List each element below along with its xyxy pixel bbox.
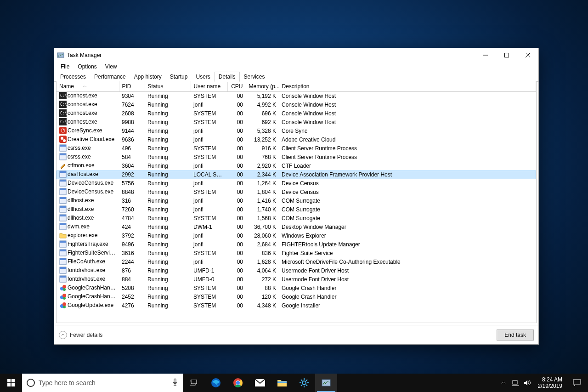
svg-rect-30 (513, 381, 517, 384)
taskbar-settings-icon[interactable] (293, 374, 315, 392)
process-row[interactable]: explorer.exe3792Runningjonfi0028,060 KWi… (57, 232, 536, 240)
process-row[interactable]: GoogleUpdate.exe4276RunningSYSTEM004,348… (57, 301, 536, 310)
process-row[interactable]: fontdrvhost.exe876RunningUMFD-1004,064 K… (57, 267, 536, 275)
process-row[interactable]: Creative Cloud.exe9636Runningjonfi0013,2… (57, 136, 536, 144)
process-user: jonfi (191, 258, 227, 267)
process-row[interactable]: conhost.exe9988RunningSYSTEM00692 KConso… (57, 118, 536, 127)
end-task-button[interactable]: End task (497, 330, 534, 341)
tray-network-icon[interactable] (510, 374, 520, 392)
process-row[interactable]: DeviceCensus.exe5756Runningjonfi001,264 … (57, 179, 536, 188)
col-status[interactable]: Status (145, 81, 191, 92)
menu-options[interactable]: Options (74, 62, 100, 71)
process-row[interactable]: GoogleCrashHandler...5208RunningSYSTEM00… (57, 284, 536, 293)
process-row[interactable]: dllhost.exe4784RunningSYSTEM001,568 KCOM… (57, 214, 536, 223)
process-row[interactable]: csrss.exe496RunningSYSTEM00916 KClient S… (57, 144, 536, 153)
process-row[interactable]: csrss.exe584RunningSYSTEM00768 KClient S… (57, 153, 536, 162)
fewer-details-button[interactable]: Fewer details (59, 331, 102, 339)
process-row[interactable]: dllhost.exe7260Runningjonfi001,740 KCOM … (57, 205, 536, 214)
folder-icon (59, 232, 67, 239)
process-desc: Microsoft OneDriveFile Co-Authoring Exec… (279, 258, 536, 267)
col-pid[interactable]: PID (119, 81, 145, 92)
exe-icon (59, 249, 67, 256)
process-table-scroll[interactable]: Name︿ PID Status User name CPU Memory (p… (56, 81, 537, 323)
tab-details[interactable]: Details (215, 72, 240, 82)
process-status: Running (145, 127, 191, 136)
titlebar[interactable]: Task Manager (54, 48, 538, 62)
maximize-button[interactable] (496, 48, 517, 62)
col-desc[interactable]: Description (279, 81, 536, 92)
process-name: csrss.exe (68, 145, 91, 151)
process-status: Running (145, 301, 191, 310)
process-cpu: 00 (227, 197, 246, 205)
process-mem: 1,568 K (246, 214, 279, 223)
taskbar-taskmgr-icon[interactable] (315, 374, 337, 392)
process-row[interactable]: conhost.exe7624Runningjonfi004,992 KCons… (57, 101, 536, 109)
exe-icon (59, 214, 67, 222)
process-pid: 9636 (119, 136, 145, 144)
tab-users[interactable]: Users (192, 72, 214, 81)
menu-file[interactable]: File (57, 62, 73, 71)
process-mem: 4,064 K (246, 267, 279, 275)
search-box[interactable]: Type here to search (22, 374, 183, 392)
tray-clock[interactable]: 8:24 AM 2/19/2019 (534, 376, 566, 390)
col-mem[interactable]: Memory (p... (246, 81, 279, 92)
process-row[interactable]: FighterSuiteService.e...3616RunningSYSTE… (57, 249, 536, 258)
process-status: Running (145, 223, 191, 232)
process-pid: 4784 (119, 214, 145, 223)
start-button[interactable] (0, 374, 22, 392)
taskbar-mail-icon[interactable] (249, 374, 271, 392)
exe-icon (59, 275, 67, 283)
process-row[interactable]: dllhost.exe316Runningjonfi001,416 KCOM S… (57, 197, 536, 205)
process-status: Running (145, 197, 191, 205)
process-name: fontdrvhost.exe (68, 276, 105, 282)
process-row[interactable]: GoogleCrashHandler...2452RunningSYSTEM00… (57, 293, 536, 301)
process-row[interactable]: FightersTray.exe9496Runningjonfi002,684 … (57, 240, 536, 249)
process-pid: 424 (119, 223, 145, 232)
tray-overflow-icon[interactable] (498, 374, 509, 392)
menu-view[interactable]: View (102, 62, 121, 71)
process-row[interactable]: conhost.exe2608RunningSYSTEM00696 KConso… (57, 109, 536, 118)
search-placeholder: Type here to search (39, 379, 96, 386)
task-manager-window: Task Manager File Options View Processes… (54, 48, 539, 345)
taskbar-explorer-icon[interactable] (271, 374, 293, 392)
taskbar-chrome-icon[interactable] (227, 374, 249, 392)
process-mem: 36,700 K (246, 223, 279, 232)
tab-startup[interactable]: Startup (166, 72, 192, 81)
task-view-button[interactable] (183, 374, 205, 392)
tab-performance[interactable]: Performance (90, 72, 130, 81)
process-mem: 1,804 K (246, 188, 279, 197)
process-name: dllhost.exe (68, 206, 94, 212)
process-desc: COM Surrogate (279, 214, 536, 223)
close-button[interactable] (517, 48, 538, 62)
chevron-up-icon (59, 331, 67, 339)
col-user[interactable]: User name (191, 81, 227, 92)
window-title: Task Manager (67, 52, 475, 58)
process-pid: 8848 (119, 188, 145, 197)
minimize-button[interactable] (475, 48, 496, 62)
process-row[interactable]: fontdrvhost.exe884RunningUMFD-000272 KUs… (57, 275, 536, 284)
process-pid: 496 (119, 144, 145, 153)
process-mem: 1,416 K (246, 197, 279, 205)
process-status: Running (145, 240, 191, 249)
process-row[interactable]: DeviceCensus.exe8848RunningSYSTEM001,804… (57, 188, 536, 197)
process-row[interactable]: FileCoAuth.exe2244Runningjonfi001,628 KM… (57, 258, 536, 267)
taskbar-edge-icon[interactable] (205, 374, 227, 392)
col-name[interactable]: Name︿ (57, 81, 119, 92)
process-row[interactable]: dwm.exe424RunningDWM-10036,700 KDesktop … (57, 223, 536, 232)
process-row[interactable]: CoreSync.exe9144Runningjonfi005,328 KCor… (57, 127, 536, 136)
tray-volume-icon[interactable] (522, 374, 532, 392)
col-cpu[interactable]: CPU (227, 81, 246, 92)
google-icon (59, 301, 67, 309)
process-cpu: 00 (227, 267, 246, 275)
process-name: dasHost.exe (68, 171, 98, 177)
process-row[interactable]: dasHost.exe2992RunningLOCAL SE...002,344… (57, 170, 536, 179)
process-pid: 7260 (119, 205, 145, 214)
action-center-button[interactable] (568, 379, 586, 386)
process-row[interactable]: conhost.exe9304RunningSYSTEM005,192 KCon… (57, 92, 536, 101)
process-status: Running (145, 136, 191, 144)
tab-services[interactable]: Services (240, 72, 269, 81)
process-row[interactable]: ctfmon.exe3604Runningjonfi002,920 KCTF L… (57, 162, 536, 170)
fewer-details-label: Fewer details (70, 332, 102, 338)
tab-app-history[interactable]: App history (130, 72, 166, 81)
tab-processes[interactable]: Processes (56, 72, 90, 81)
